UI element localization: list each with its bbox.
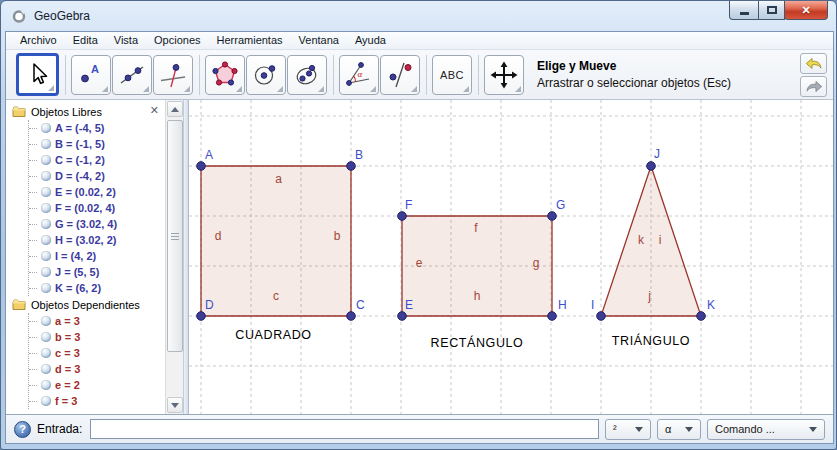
algebra-item-label: c = 3 [55, 347, 80, 359]
visibility-bullet-icon[interactable] [41, 187, 51, 197]
menu-ayuda[interactable]: Ayuda [347, 32, 394, 49]
visibility-bullet-icon[interactable] [41, 283, 51, 293]
scroll-up-button[interactable] [167, 101, 183, 117]
algebra-item[interactable]: A = (-4, 5) [29, 120, 165, 136]
point-B[interactable] [347, 162, 356, 171]
menu-opciones[interactable]: Opciones [146, 32, 208, 49]
help-icon[interactable]: ? [14, 421, 31, 438]
point-F[interactable] [398, 212, 407, 221]
algebra-item[interactable]: K = (6, 2) [29, 280, 165, 296]
algebra-item[interactable]: d = 3 [29, 361, 165, 377]
algebra-section-header[interactable]: Objetos Dependientes [6, 296, 165, 313]
point-J[interactable] [647, 162, 656, 171]
visibility-bullet-icon[interactable] [41, 364, 51, 374]
tool-move-view-button[interactable] [484, 55, 524, 95]
toolbar-separator [478, 55, 479, 95]
algebra-section-header[interactable]: Objetos Libres [6, 103, 165, 120]
tool-move-button[interactable] [16, 53, 59, 96]
side-label: i [659, 233, 662, 247]
algebra-item[interactable]: G = (3.02, 4) [29, 216, 165, 232]
reflect-object-icon [385, 60, 415, 90]
title-bar[interactable]: GeoGebra ✕ [1, 1, 836, 31]
visibility-bullet-icon[interactable] [41, 139, 51, 149]
point-G[interactable] [548, 212, 557, 221]
entrada-input[interactable] [90, 419, 599, 439]
tool-text-button[interactable]: ABC [432, 55, 472, 95]
visibility-bullet-icon[interactable] [41, 316, 51, 326]
visibility-bullet-icon[interactable] [41, 155, 51, 165]
side-label: d [215, 229, 222, 243]
algebra-item[interactable]: I = (4, 2) [29, 248, 165, 264]
algebra-scrollbar[interactable] [165, 100, 183, 414]
algebra-item[interactable]: B = (-1, 5) [29, 136, 165, 152]
redo-button[interactable] [800, 76, 827, 97]
tool-ellipse-button[interactable] [287, 55, 327, 95]
comando-dropdown[interactable]: Comando ... [707, 419, 825, 440]
tool-polygon-button[interactable] [205, 55, 245, 95]
greek-dropdown[interactable]: α [657, 419, 701, 440]
point-C[interactable] [347, 312, 356, 321]
algebra-item[interactable]: E = (0.02, 2) [29, 184, 165, 200]
visibility-bullet-icon[interactable] [41, 235, 51, 245]
visibility-bullet-icon[interactable] [41, 203, 51, 213]
visibility-bullet-icon[interactable] [41, 267, 51, 277]
point-A[interactable] [197, 162, 206, 171]
triangle-polygon[interactable] [601, 166, 701, 316]
tool-point-button[interactable]: A [71, 55, 111, 95]
algebra-item[interactable]: f = 3 [29, 393, 165, 409]
algebra-close-icon[interactable]: ✕ [150, 105, 159, 116]
scroll-down-button[interactable] [167, 397, 183, 413]
undo-button[interactable] [800, 53, 827, 74]
menu-archivo[interactable]: Archivo [12, 32, 65, 49]
thumb-grip-icon [171, 233, 179, 240]
menu-ventana[interactable]: Ventana [291, 32, 347, 49]
algebra-item[interactable]: e = 2 [29, 377, 165, 393]
algebra-item-label: I = (4, 2) [55, 250, 96, 262]
graphics-view[interactable]: abcdCUADRADOfgheRECTÁNGULOkijTRIÁNGULOAB… [189, 100, 833, 414]
visibility-bullet-icon[interactable] [41, 123, 51, 133]
algebra-item[interactable]: c = 3 [29, 345, 165, 361]
algebra-item-label: E = (0.02, 2) [55, 186, 116, 198]
menu-vista[interactable]: Vista [106, 32, 146, 49]
menu-edita[interactable]: Edita [65, 32, 106, 49]
visibility-bullet-icon[interactable] [41, 396, 51, 406]
algebra-item-label: C = (-1, 2) [55, 154, 105, 166]
algebra-item[interactable]: D = (-4, 2) [29, 168, 165, 184]
point-I[interactable] [597, 312, 606, 321]
tool-perpendicular-button[interactable] [153, 55, 193, 95]
point-E[interactable] [398, 312, 407, 321]
close-button[interactable]: ✕ [784, 1, 828, 20]
menu-herramientas[interactable]: Herramientas [209, 32, 291, 49]
algebra-item[interactable]: F = (0.02, 4) [29, 200, 165, 216]
tool-line-button[interactable] [112, 55, 152, 95]
algebra-item[interactable]: J = (5, 5) [29, 264, 165, 280]
tool-circle-button[interactable] [246, 55, 286, 95]
visibility-bullet-icon[interactable] [41, 348, 51, 358]
toolbar-separator [426, 55, 427, 95]
point-H[interactable] [548, 312, 557, 321]
visibility-bullet-icon[interactable] [41, 171, 51, 181]
algebra-item-label: K = (6, 2) [55, 282, 101, 294]
algebra-item-label: d = 3 [55, 363, 80, 375]
algebra-item[interactable]: H = (3.02, 2) [29, 232, 165, 248]
minimize-button[interactable] [729, 1, 759, 20]
point-K[interactable] [697, 312, 706, 321]
exponent-dropdown[interactable]: ² [605, 419, 651, 440]
scrollbar-thumb[interactable] [167, 120, 183, 352]
tool-reflect-button[interactable] [380, 55, 420, 95]
algebra-item[interactable]: a = 3 [29, 313, 165, 329]
maximize-button[interactable] [758, 1, 785, 20]
algebra-item-label: A = (-4, 5) [55, 122, 104, 134]
point-D[interactable] [197, 312, 206, 321]
visibility-bullet-icon[interactable] [41, 380, 51, 390]
triangle-caption: TRIÁNGULO [612, 333, 690, 348]
algebra-item[interactable]: C = (-1, 2) [29, 152, 165, 168]
visibility-bullet-icon[interactable] [41, 251, 51, 261]
algebra-item[interactable]: b = 3 [29, 329, 165, 345]
side-label: e [416, 256, 423, 270]
visibility-bullet-icon[interactable] [41, 332, 51, 342]
tool-angle-button[interactable]: α [339, 55, 379, 95]
active-tool-title: Elige y Mueve [537, 58, 731, 74]
visibility-bullet-icon[interactable] [41, 219, 51, 229]
graphics-svg[interactable]: abcdCUADRADOfgheRECTÁNGULOkijTRIÁNGULOAB… [189, 100, 833, 414]
